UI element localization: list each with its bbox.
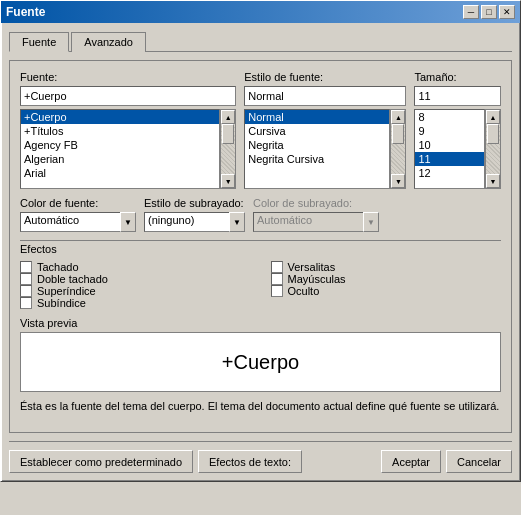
efectos-title: Efectos <box>20 240 501 255</box>
estilo-listbox-container: Normal Cursiva Negrita Negrita Cursiva ▲… <box>244 109 406 189</box>
preview-text: +Cuerpo <box>222 351 299 374</box>
fuente-scroll-down[interactable]: ▼ <box>221 174 235 188</box>
tamano-item-1[interactable]: 9 <box>415 124 484 138</box>
fuente-item-0[interactable]: +Cuerpo <box>21 110 219 124</box>
estilo-input[interactable] <box>244 86 406 106</box>
tamano-scroll-thumb[interactable] <box>487 124 499 144</box>
tachado-checkbox[interactable] <box>20 261 32 273</box>
fuente-group: Fuente: +Cuerpo +Títulos Agency FB Alger… <box>20 71 236 189</box>
tamano-item-4[interactable]: 12 <box>415 166 484 180</box>
fuente-listbox[interactable]: +Cuerpo +Títulos Agency FB Algerian Aria… <box>20 109 220 189</box>
tamano-input[interactable] <box>414 86 501 106</box>
dialog-window: Fuente ─ □ ✕ Fuente Avanzado Fuente: <box>0 0 521 482</box>
footer-note: Ésta es la fuente del tema del cuerpo. E… <box>20 400 501 412</box>
fuente-scrollbar[interactable]: ▲ ▼ <box>220 109 236 189</box>
superindice-checkbox[interactable] <box>20 285 32 297</box>
vista-previa-box: +Cuerpo <box>20 332 501 392</box>
establecer-button[interactable]: Establecer como predeterminado <box>9 450 193 473</box>
mayusculas-checkbox[interactable] <box>271 273 283 285</box>
fuente-input[interactable] <box>20 86 236 106</box>
tamano-group: Tamaño: 8 9 10 11 12 ▲ <box>414 71 501 189</box>
estilo-subrayado-value[interactable]: (ninguno) <box>144 212 229 232</box>
estilo-listbox[interactable]: Normal Cursiva Negrita Negrita Cursiva <box>244 109 390 189</box>
estilo-subrayado-combo[interactable]: (ninguno) ▼ <box>144 212 245 232</box>
checkbox-oculto: Oculto <box>271 285 502 297</box>
tamano-scroll-track <box>486 124 500 174</box>
font-panel: Fuente: +Cuerpo +Títulos Agency FB Alger… <box>9 60 512 433</box>
estilo-label: Estilo de fuente: <box>244 71 406 83</box>
doble-tachado-label: Doble tachado <box>37 273 108 285</box>
estilo-scroll-thumb[interactable] <box>392 124 404 144</box>
fuente-item-4[interactable]: Arial <box>21 166 219 180</box>
efectos-texto-button[interactable]: Efectos de texto: <box>198 450 302 473</box>
tamano-scrollbar[interactable]: ▲ ▼ <box>485 109 501 189</box>
estilo-scroll-track <box>391 124 405 174</box>
color-row: Color de fuente: Automático ▼ Estilo de … <box>20 197 501 232</box>
estilo-scrollbar[interactable]: ▲ ▼ <box>390 109 406 189</box>
window-title: Fuente <box>6 5 45 19</box>
minimize-button[interactable]: ─ <box>463 5 479 19</box>
color-subrayado-label: Color de subrayado: <box>253 197 379 209</box>
close-button[interactable]: ✕ <box>499 5 515 19</box>
versalitas-checkbox[interactable] <box>271 261 283 273</box>
fuente-item-2[interactable]: Agency FB <box>21 138 219 152</box>
tamano-item-3[interactable]: 11 <box>415 152 484 166</box>
estilo-subrayado-label: Estilo de subrayado: <box>144 197 245 209</box>
tab-avanzado[interactable]: Avanzado <box>71 32 146 52</box>
dialog-content: Fuente Avanzado Fuente: +Cuerpo +Títulos… <box>1 23 520 481</box>
fuente-item-3[interactable]: Algerian <box>21 152 219 166</box>
tamano-item-0[interactable]: 8 <box>415 110 484 124</box>
color-fuente-label: Color de fuente: <box>20 197 136 209</box>
color-fuente-value[interactable]: Automático <box>20 212 120 232</box>
fuente-item-1[interactable]: +Títulos <box>21 124 219 138</box>
oculto-label: Oculto <box>288 285 320 297</box>
vista-previa-container: Vista previa +Cuerpo <box>20 317 501 392</box>
estilo-item-0[interactable]: Normal <box>245 110 389 124</box>
estilo-scroll-down[interactable]: ▼ <box>391 174 405 188</box>
subindice-checkbox[interactable] <box>20 297 32 309</box>
color-fuente-combo[interactable]: Automático ▼ <box>20 212 136 232</box>
estilo-subrayado-arrow[interactable]: ▼ <box>229 212 245 232</box>
estilo-scroll-up[interactable]: ▲ <box>391 110 405 124</box>
fuente-scroll-thumb[interactable] <box>222 124 234 144</box>
checkbox-versalitas: Versalitas <box>271 261 502 273</box>
titlebar: Fuente ─ □ ✕ <box>1 1 520 23</box>
tamano-item-2[interactable]: 10 <box>415 138 484 152</box>
efectos-section: Efectos Tachado Doble tachado <box>20 240 501 309</box>
aceptar-button[interactable]: Aceptar <box>381 450 441 473</box>
efectos-left: Tachado Doble tachado Superíndice S <box>20 261 251 309</box>
tachado-label: Tachado <box>37 261 79 273</box>
estilo-subrayado-group: Estilo de subrayado: (ninguno) ▼ <box>144 197 245 232</box>
subindice-label: Subíndice <box>37 297 86 309</box>
color-fuente-group: Color de fuente: Automático ▼ <box>20 197 136 232</box>
estilo-item-3[interactable]: Negrita Cursiva <box>245 152 389 166</box>
cancelar-button[interactable]: Cancelar <box>446 450 512 473</box>
tamano-listbox-container: 8 9 10 11 12 ▲ ▼ <box>414 109 501 189</box>
efectos-right: Versalitas Mayúsculas Oculto <box>271 261 502 309</box>
checkbox-superindice: Superíndice <box>20 285 251 297</box>
fuente-listbox-container: +Cuerpo +Títulos Agency FB Algerian Aria… <box>20 109 236 189</box>
tamano-label: Tamaño: <box>414 71 501 83</box>
tab-bar: Fuente Avanzado <box>9 31 512 52</box>
oculto-checkbox[interactable] <box>271 285 283 297</box>
tamano-scroll-down[interactable]: ▼ <box>486 174 500 188</box>
fuente-scroll-up[interactable]: ▲ <box>221 110 235 124</box>
right-buttons: Aceptar Cancelar <box>381 450 512 473</box>
color-fuente-arrow[interactable]: ▼ <box>120 212 136 232</box>
estilo-group: Estilo de fuente: Normal Cursiva Negrita… <box>244 71 406 189</box>
tamano-listbox[interactable]: 8 9 10 11 12 <box>414 109 485 189</box>
color-subrayado-group: Color de subrayado: Automático ▼ <box>253 197 379 232</box>
superindice-label: Superíndice <box>37 285 96 297</box>
tab-fuente[interactable]: Fuente <box>9 32 69 52</box>
color-subrayado-combo: Automático ▼ <box>253 212 379 232</box>
doble-tachado-checkbox[interactable] <box>20 273 32 285</box>
tamano-scroll-up[interactable]: ▲ <box>486 110 500 124</box>
fuente-scroll-track <box>221 124 235 174</box>
maximize-button[interactable]: □ <box>481 5 497 19</box>
fuente-label: Fuente: <box>20 71 236 83</box>
vista-previa-label: Vista previa <box>20 317 501 329</box>
mayusculas-label: Mayúsculas <box>288 273 346 285</box>
estilo-item-1[interactable]: Cursiva <box>245 124 389 138</box>
estilo-item-2[interactable]: Negrita <box>245 138 389 152</box>
checkbox-tachado: Tachado <box>20 261 251 273</box>
